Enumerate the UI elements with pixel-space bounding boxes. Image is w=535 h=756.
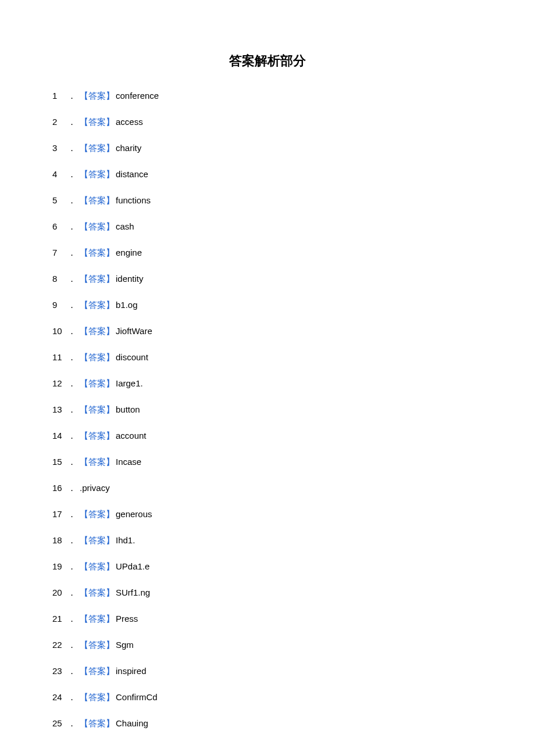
answer-number: 5 — [52, 195, 66, 205]
answer-number: 21 — [52, 614, 66, 624]
answer-tag: 【答案】 — [80, 117, 115, 128]
answer-number: 2 — [52, 117, 66, 127]
answer-row: 9．【答案】b1.og — [52, 300, 483, 311]
answer-tag: 【答案】 — [80, 718, 115, 729]
answer-number: 23 — [52, 666, 66, 676]
answer-number: 8 — [52, 274, 66, 284]
answer-row: 12．【答案】Iarge1. — [52, 378, 483, 389]
answer-tag: 【答案】 — [80, 431, 115, 442]
separator-dot: ． — [67, 274, 76, 285]
answer-tag: 【答案】 — [80, 457, 115, 468]
answer-value: access — [116, 117, 143, 127]
answer-value: identity — [116, 274, 144, 284]
answer-value: Press — [116, 614, 138, 624]
answer-value: Iarge1. — [116, 378, 143, 388]
separator-dot: ． — [67, 431, 76, 442]
separator-dot: ． — [67, 692, 76, 703]
answer-row: 23．【答案】inspired — [52, 666, 483, 677]
separator-dot: ． — [67, 378, 76, 389]
answer-row: 14．【答案】account — [52, 431, 483, 442]
separator-dot: ． — [67, 91, 76, 102]
answer-row: 17．【答案】generous — [52, 509, 483, 520]
answer-number: 7 — [52, 248, 66, 257]
answer-tag: 【答案】 — [80, 352, 115, 363]
separator-dot: ． — [67, 221, 76, 232]
answer-number: 10 — [52, 326, 66, 336]
answer-tag: 【答案】 — [80, 248, 115, 259]
answer-row: 5．【答案】functions — [52, 195, 483, 206]
separator-dot: ． — [67, 587, 76, 599]
answer-row: 22．【答案】Sgm — [52, 640, 483, 651]
separator-dot: ． — [67, 326, 76, 337]
answer-number: 12 — [52, 378, 66, 388]
answer-value: distance — [116, 169, 148, 179]
answer-tag: 【答案】 — [80, 143, 115, 154]
separator-dot: ． — [67, 143, 76, 154]
separator-dot: ． — [67, 614, 76, 625]
answer-value: discount — [116, 352, 148, 362]
answer-tag: 【答案】 — [80, 587, 115, 599]
answer-value: account — [116, 431, 147, 440]
separator-dot: ． — [67, 195, 76, 206]
answer-number: 1 — [52, 91, 66, 101]
answer-tag: 【答案】 — [80, 561, 115, 572]
separator-dot: ． — [67, 404, 76, 415]
answer-tag: 【答案】 — [80, 221, 115, 232]
answer-row: 15．【答案】Incase — [52, 457, 483, 468]
answer-number: 13 — [52, 404, 66, 414]
answer-value: engine — [116, 248, 142, 257]
answer-number: 4 — [52, 169, 66, 179]
answer-row: 18．【答案】Ihd1. — [52, 535, 483, 546]
answer-number: 9 — [52, 300, 66, 310]
answer-row: 13．【答案】button — [52, 404, 483, 415]
document-page: 答案解析部分 1．【答案】conference2．【答案】access3．【答案… — [0, 0, 535, 756]
answer-row: 2．【答案】access — [52, 117, 483, 128]
answer-tag: 【答案】 — [80, 195, 115, 206]
answer-value: generous — [116, 509, 152, 519]
answer-tag: 【答案】 — [80, 378, 115, 389]
answer-value: Incase — [116, 457, 141, 467]
answer-row: 24．【答案】ConfirmCd — [52, 692, 483, 703]
answer-value: button — [116, 404, 140, 414]
answer-tag: 【答案】 — [80, 692, 115, 703]
answer-number: 18 — [52, 535, 66, 545]
answer-number: 22 — [52, 640, 66, 650]
answer-tag: 【答案】 — [80, 91, 115, 102]
answer-tag: 【答案】 — [80, 509, 115, 520]
answer-row: 7．【答案】engine — [52, 248, 483, 259]
answer-row: 1．【答案】conference — [52, 91, 483, 102]
answer-value: SUrf1.ng — [116, 587, 150, 597]
answer-number: 6 — [52, 221, 66, 231]
answer-value: Chauing — [116, 718, 148, 728]
answer-value: UPda1.e — [116, 561, 149, 571]
separator-dot: ． — [67, 117, 76, 128]
page-title: 答案解析部分 — [52, 52, 483, 70]
answer-row: 21．【答案】Press — [52, 614, 483, 625]
answer-tag: 【答案】 — [80, 640, 115, 651]
answer-tag: 【答案】 — [80, 614, 115, 625]
answer-number: 20 — [52, 587, 66, 597]
separator-dot: ． — [67, 666, 76, 677]
answer-value: JioftWare — [116, 326, 152, 336]
answer-number: 11 — [52, 352, 66, 362]
answer-value: Ihd1. — [116, 535, 135, 545]
answer-number: 25 — [52, 718, 66, 728]
answer-row: 3．【答案】charity — [52, 143, 483, 154]
answer-tag: 【答案】 — [80, 300, 115, 311]
answer-value: Sgm — [116, 640, 134, 650]
answer-row: 11．【答案】discount — [52, 352, 483, 363]
answer-row: 10．【答案】JioftWare — [52, 326, 483, 337]
separator-dot: ． — [67, 535, 76, 546]
answer-value: conference — [116, 91, 159, 101]
answer-tag: 【答案】 — [80, 169, 115, 180]
answer-number: 24 — [52, 692, 66, 702]
answer-number: 17 — [52, 509, 66, 519]
separator-dot: ． — [67, 169, 76, 180]
answer-row: 25．【答案】Chauing — [52, 718, 483, 729]
answer-row: 16．.privacy — [52, 483, 483, 494]
separator-dot: ． — [67, 509, 76, 520]
answer-row: 4．【答案】distance — [52, 169, 483, 180]
answer-tag: 【答案】 — [80, 326, 115, 337]
answer-tag: 【答案】 — [80, 274, 115, 285]
answer-tag: 【答案】 — [80, 666, 115, 677]
